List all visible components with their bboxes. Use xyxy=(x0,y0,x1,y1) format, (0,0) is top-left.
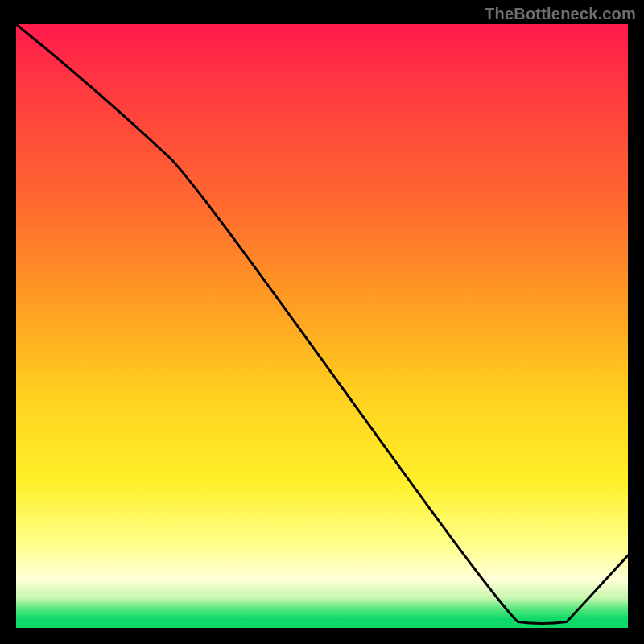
watermark-text: TheBottleneck.com xyxy=(485,5,636,23)
bottleneck-curve xyxy=(16,24,628,628)
chart-frame xyxy=(16,24,628,628)
plot-area xyxy=(16,24,628,628)
